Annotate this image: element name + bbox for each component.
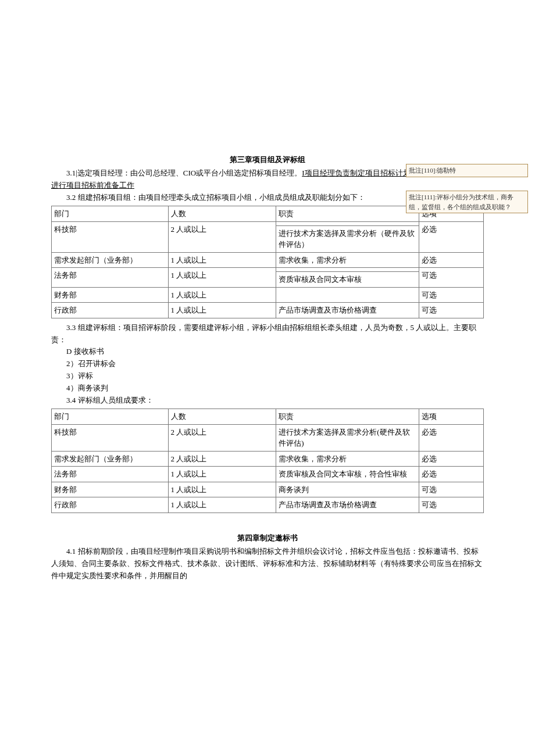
cell-dept: 行政部 <box>52 497 169 513</box>
cell-dept: 财务部 <box>52 287 169 303</box>
paragraph-4-1: 4.1 招标前期阶段，由项目经理制作项目采购说明书和编制招标文件并组织会议讨论，… <box>51 546 484 582</box>
cell-count: 1 人或以上 <box>168 287 276 303</box>
table-row: 行政部 1 人或以上 产品市场调查及市场价格调查 可选 <box>52 497 484 513</box>
p31-prefix: 3.1|选定项目经理：由公司总经理、CIO或平台小组选定招标项目经理。 <box>66 169 302 177</box>
cell-count: 1 人或以上 <box>168 268 276 288</box>
table-header-row: 部门 人数 职责 选项 <box>52 409 484 425</box>
cell-resp: 资质审核及合同文本审核 <box>276 272 419 288</box>
cell-dept: 财务部 <box>52 482 169 497</box>
cell-opt: 必选 <box>419 424 483 451</box>
cell-count: 2 人或以上 <box>168 424 276 451</box>
cell-opt: 可选 <box>419 287 483 303</box>
comment-text: 德勒特 <box>437 167 456 174</box>
comment-label: 批注[110]: <box>409 167 437 174</box>
cell-dept: 行政部 <box>52 303 169 318</box>
table-row: 需求发起部门（业务部） 1 人或以上 需求收集，需求分析 必选 <box>52 252 484 268</box>
comment-111: 批注[111]:评标小组分为技术组，商务组，监督组，各个组的组成及职能？ <box>406 191 528 213</box>
list-item: 3）评标 <box>51 370 484 382</box>
cell-resp: 进行技术方案选择及需求分析(硬件及软件评估) <box>276 424 419 451</box>
cell-opt: 可选 <box>419 497 483 513</box>
cell-count: 2 人或以上 <box>168 451 276 467</box>
cell-resp: 商务谈判 <box>276 482 419 497</box>
document-page: 批注[110]:德勒特 批注[111]:评标小组分为技术组，商务组，监督组，各个… <box>0 0 535 640</box>
cell-resp: 资质审核及合同文本审核，符合性审核 <box>276 467 419 482</box>
th-resp: 职责 <box>276 206 419 222</box>
comment-110: 批注[110]:德勒特 <box>406 164 528 177</box>
table-row: 科技部 2 人或以上 必选 <box>52 221 484 225</box>
paragraph-3-3: 3.3 组建评标组：项目招评标阶段，需要组建评标小组，评标小组由招标组组长牵头组… <box>51 322 484 346</box>
cell-opt: 必选 <box>419 252 483 268</box>
cell-dept: 法务部 <box>52 467 169 482</box>
cell-count: 1 人或以上 <box>168 497 276 513</box>
cell-dept: 需求发起部门（业务部） <box>52 252 169 268</box>
table-row: 法务部 1 人或以上 资质审核及合同文本审核，符合性审核 必选 <box>52 467 484 482</box>
cell-resp <box>276 287 419 303</box>
cell-dept: 法务部 <box>52 268 169 288</box>
cell-resp <box>276 221 419 225</box>
table-3-4: 部门 人数 职责 选项 科技部 2 人或以上 进行技术方案选择及需求分析(硬件及… <box>51 409 484 513</box>
th-dept: 部门 <box>52 206 169 222</box>
cell-dept: 科技部 <box>52 221 169 252</box>
th-count: 人数 <box>168 206 276 222</box>
cell-resp: 需求收集，需求分析 <box>276 451 419 467</box>
th-opt: 选项 <box>419 409 483 425</box>
cell-resp <box>276 268 419 272</box>
th-count: 人数 <box>168 409 276 425</box>
list-item: D 接收标书 <box>51 346 484 358</box>
cell-resp: 进行技术方案选择及需求分析（硬件及软件评估） <box>276 225 419 252</box>
paragraph-3-4: 3.4 评标组人员组成要求： <box>51 395 484 407</box>
th-dept: 部门 <box>52 409 169 425</box>
cell-resp: 需求收集，需求分析 <box>276 252 419 268</box>
cell-count: 1 人或以上 <box>168 303 276 318</box>
comment-label: 批注[111]: <box>409 194 437 200</box>
table-row: 财务部 1 人或以上 商务谈判 可选 <box>52 482 484 497</box>
cell-count: 1 人或以上 <box>168 252 276 268</box>
chapter4-heading: 第四章制定邀标书 <box>51 533 484 543</box>
cell-opt: 可选 <box>419 482 483 497</box>
th-resp: 职责 <box>276 409 419 425</box>
cell-count: 1 人或以上 <box>168 467 276 482</box>
cell-opt: 必选 <box>419 221 483 252</box>
table-row: 财务部 1 人或以上 可选 <box>52 287 484 303</box>
table-row: 需求发起部门（业务部） 2 人或以上 需求收集，需求分析 必选 <box>52 451 484 467</box>
cell-opt: 可选 <box>419 303 483 318</box>
cell-opt: 必选 <box>419 467 483 482</box>
cell-resp: 产品市场调查及市场价格调查 <box>276 303 419 318</box>
table-row: 科技部 2 人或以上 进行技术方案选择及需求分析(硬件及软件评估) 必选 <box>52 424 484 451</box>
cell-dept: 科技部 <box>52 424 169 451</box>
cell-resp: 产品市场调查及市场价格调查 <box>276 497 419 513</box>
list-item: 4）商务谈判 <box>51 382 484 395</box>
cell-opt: 可选 <box>419 268 483 288</box>
table-row: 行政部 1 人或以上 产品市场调查及市场价格调查 可选 <box>52 303 484 318</box>
cell-dept: 需求发起部门（业务部） <box>52 451 169 467</box>
cell-count: 2 人或以上 <box>168 221 276 252</box>
cell-count: 1 人或以上 <box>168 482 276 497</box>
table-row: 法务部 1 人或以上 可选 <box>52 268 484 272</box>
table-3-2: 部门 人数 职责 选项 科技部 2 人或以上 必选 进行技术方案选择及需求分析（… <box>51 206 484 318</box>
cell-opt: 必选 <box>419 451 483 467</box>
list-item: 2）召开讲标会 <box>51 358 484 370</box>
